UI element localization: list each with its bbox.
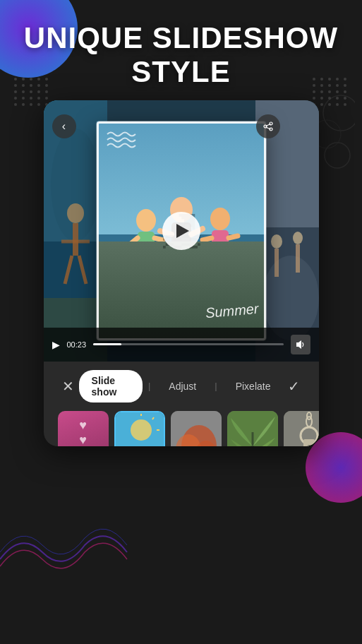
- tab-slideshow[interactable]: Slide show: [79, 370, 143, 402]
- svg-line-11: [65, 256, 72, 284]
- progress-time: 00:23: [67, 340, 87, 349]
- tender-hearts-icon: ♥♥: [79, 418, 87, 446]
- svg-point-19: [293, 232, 303, 244]
- tab-pixelate[interactable]: Pixelate: [223, 376, 284, 397]
- bg-wave-decoration: [0, 517, 134, 573]
- app-mockup: Summer ‹ ▶ 00:23: [44, 100, 319, 446]
- volume-button[interactable]: [291, 335, 310, 354]
- slideshow-viewer: Summer ‹ ▶ 00:23: [44, 100, 319, 362]
- svg-point-0: [323, 95, 355, 131]
- past-theme-svg: [284, 411, 319, 446]
- close-button[interactable]: ✕: [58, 375, 79, 398]
- page-title: UNIQUE SLIDESHOW STYLE: [0, 21, 362, 90]
- summer-theme-svg: [116, 412, 165, 446]
- theme-fresh-bg: [227, 411, 278, 446]
- theme-autumn[interactable]: Autumn: [171, 411, 222, 446]
- toolbar-row: ✕ Slide show | Adjust | Pixelate ✓: [44, 362, 319, 411]
- toolbar-divider: |: [145, 381, 153, 391]
- nav-arrow-left[interactable]: ‹: [52, 114, 76, 138]
- svg-point-4: [51, 129, 100, 242]
- play-button[interactable]: [162, 212, 200, 250]
- svg-point-2: [325, 143, 350, 168]
- theme-summer[interactable]: Summer: [114, 411, 165, 446]
- svg-point-47: [131, 419, 152, 441]
- header-title-section: UNIQUE SLIDESHOW STYLE: [0, 0, 362, 100]
- toolbar-tabs: Slide show | Adjust | Pixelate: [79, 370, 284, 402]
- theme-summer-bg: [116, 412, 164, 446]
- photo-waves-decoration: [104, 129, 139, 153]
- svg-point-8: [67, 203, 84, 223]
- svg-rect-44: [296, 342, 298, 347]
- share-button[interactable]: [256, 114, 280, 138]
- theme-tender[interactable]: ♥♥ Tender: [58, 411, 109, 446]
- theme-fresh[interactable]: Fresh: [227, 411, 278, 446]
- toolbar-divider-2: |: [212, 381, 219, 391]
- theme-past-bg: [284, 411, 319, 446]
- autumn-theme-svg: [171, 411, 222, 446]
- check-button[interactable]: ✓: [283, 375, 304, 398]
- fresh-theme-svg: [227, 411, 278, 446]
- progress-track[interactable]: [93, 343, 283, 345]
- theme-past[interactable]: Past: [284, 411, 319, 446]
- themes-row: ♥♥ Tender Summer: [44, 411, 319, 446]
- progress-play-button[interactable]: ▶: [52, 339, 60, 350]
- progress-bar-area: ▶ 00:23: [44, 328, 319, 362]
- theme-autumn-bg: [171, 411, 222, 446]
- main-photo-frame: Summer: [97, 121, 266, 340]
- tab-adjust[interactable]: Adjust: [156, 376, 209, 397]
- theme-tender-bg: ♥♥: [58, 411, 109, 446]
- progress-fill: [93, 343, 121, 345]
- svg-line-12: [79, 256, 86, 284]
- svg-point-17: [271, 234, 282, 249]
